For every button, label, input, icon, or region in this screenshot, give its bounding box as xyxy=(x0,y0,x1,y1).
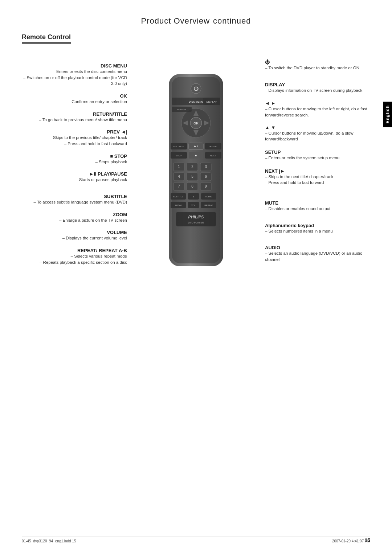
label-stop: ■ STOP – Stops playback xyxy=(22,153,127,165)
play-pause-title: ►II PLAY/PAUSE xyxy=(22,171,127,177)
label-setup: SETUP – Enters or exits the system setup… xyxy=(265,149,370,161)
svg-text:RETURN: RETURN xyxy=(177,108,186,111)
mute-title: MUTE xyxy=(265,200,370,206)
setup-title: SETUP xyxy=(265,149,370,155)
ok-title: OK xyxy=(22,93,127,99)
svg-text:DISC MENU: DISC MENU xyxy=(189,100,203,103)
lr-arrows-desc: – Cursor buttons for moving to the left … xyxy=(265,106,370,118)
svg-text:OK: OK xyxy=(193,122,199,125)
left-labels: DISC MENU – Enters or exits the disc con… xyxy=(22,59,127,272)
stop-title: ■ STOP xyxy=(22,153,127,159)
svg-text:ZOOM: ZOOM xyxy=(175,204,181,206)
next-desc: – Skips to the next title/ chapter/track… xyxy=(265,174,370,186)
disc-menu-desc: – Enters or exits the disc contents menu… xyxy=(22,69,127,87)
label-power: ⏻ – To switch the DVD player to standby … xyxy=(265,59,370,71)
label-audio: AUDIO – Selects an audio language (DVD/V… xyxy=(265,245,370,262)
setup-desc: – Enters or exits the system setup menu xyxy=(265,155,370,161)
svg-text:AUDIO: AUDIO xyxy=(205,196,212,198)
language-tab: English xyxy=(383,102,392,127)
label-prev: PREV ◄| – Skips to the previous title/ c… xyxy=(22,129,127,147)
power-desc: – To switch the DVD player to standby mo… xyxy=(265,65,370,71)
alphanumeric-desc: – Selects numbered items in a menu xyxy=(265,228,370,234)
right-labels: ⏻ – To switch the DVD player to standby … xyxy=(265,59,370,269)
label-display: DISPLAY – Displays information on TV scr… xyxy=(265,82,370,94)
svg-text:7: 7 xyxy=(178,184,180,188)
audio-desc: – Selects an audio language (DVD/VCD) or… xyxy=(265,250,370,262)
svg-text:STOP: STOP xyxy=(176,155,181,157)
page-number: 15 xyxy=(364,537,370,543)
svg-text:4: 4 xyxy=(178,175,180,178)
svg-text:SETTINGS: SETTINGS xyxy=(173,145,184,148)
zoom-desc: – Enlarge a picture on the TV screen xyxy=(22,217,127,223)
svg-text:DE-TOP: DE-TOP xyxy=(209,145,217,148)
diagram-container: DISC MENU – Enters or exits the disc con… xyxy=(22,59,370,459)
play-pause-desc: – Starts or pauses playback xyxy=(22,177,127,183)
label-zoom: ZOOM – Enlarge a picture on the TV scree… xyxy=(22,212,127,223)
label-ok: OK – Confirms an entry or selection xyxy=(22,93,127,105)
title-suffix: continued xyxy=(213,16,251,25)
svg-text:9: 9 xyxy=(205,184,207,188)
label-repeat: REPEAT/ REPEAT A-B – Selects various rep… xyxy=(22,248,127,265)
label-ud-arrows: ▲ ▼ – Cursor buttons for moving up/down,… xyxy=(265,125,370,142)
footer-left: 01-45_dvp3120_94_eng1.indd 15 xyxy=(22,539,76,543)
svg-text:8: 8 xyxy=(191,184,193,188)
audio-title: AUDIO xyxy=(265,245,370,250)
svg-text:2: 2 xyxy=(191,165,193,169)
alphanumeric-title: Alphanumeric keypad xyxy=(265,223,370,228)
svg-text:PHILIPS: PHILIPS xyxy=(188,215,204,219)
subtitle-title: SUBTITLE xyxy=(22,194,127,199)
svg-rect-59 xyxy=(176,212,216,226)
title-main: Product Overview xyxy=(141,16,210,25)
ok-desc: – Confirms an entry or selection xyxy=(22,99,127,105)
repeat-desc: – Selects various repeat mode– Repeats p… xyxy=(22,253,127,265)
svg-text:REPEAT: REPEAT xyxy=(204,204,213,206)
svg-text:3: 3 xyxy=(205,165,207,169)
ud-arrows-desc: – Cursor buttons for moving up/down, do … xyxy=(265,130,370,142)
label-lr-arrows: ◄ ► – Cursor buttons for moving to the l… xyxy=(265,100,370,118)
zoom-title: ZOOM xyxy=(22,212,127,217)
svg-text:DISPLAY: DISPLAY xyxy=(206,100,217,103)
return-title-title: RETURN/TITLE xyxy=(22,111,127,117)
section-heading: Remote Control xyxy=(22,33,71,44)
remote-svg: ⏻ DISC MENU DISPLAY OK RETURN xyxy=(162,70,230,274)
remote-image: ⏻ DISC MENU DISPLAY OK RETURN xyxy=(162,70,230,275)
svg-text:5: 5 xyxy=(191,175,193,178)
power-title: ⏻ xyxy=(265,59,370,65)
svg-text:►II: ►II xyxy=(194,145,198,148)
display-desc: – Displays information on TV screen duri… xyxy=(265,87,370,94)
repeat-title: REPEAT/ REPEAT A-B xyxy=(22,248,127,253)
label-subtitle: SUBTITLE – To access subtitle language s… xyxy=(22,194,127,205)
label-volume: VOLUME – Displays the current volume lev… xyxy=(22,230,127,241)
next-title: NEXT |► xyxy=(265,168,370,174)
lr-arrows-title: ◄ ► xyxy=(265,100,370,106)
label-play-pause: ►II PLAY/PAUSE – Starts or pauses playba… xyxy=(22,171,127,183)
svg-text:1: 1 xyxy=(178,165,180,169)
svg-text:6: 6 xyxy=(205,175,207,178)
volume-desc: – Displays the current volume level xyxy=(22,235,127,241)
page-footer: 01-45_dvp3120_94_eng1.indd 15 2007-01-29… xyxy=(22,537,370,543)
disc-menu-title: DISC MENU xyxy=(22,63,127,69)
volume-title: VOLUME xyxy=(22,230,127,235)
ud-arrows-title: ▲ ▼ xyxy=(265,125,370,130)
svg-text:SUBTITLE: SUBTITLE xyxy=(173,196,184,198)
return-title-desc: – To go back to previous menu/ show titl… xyxy=(22,117,127,123)
label-return-title: RETURN/TITLE – To go back to previous me… xyxy=(22,111,127,123)
label-next: NEXT |► – Skips to the next title/ chapt… xyxy=(265,168,370,186)
svg-text:DVD PLAYER: DVD PLAYER xyxy=(188,221,204,224)
page-title: Product Overview continued xyxy=(22,15,370,26)
subtitle-desc: – To access subtitle language system men… xyxy=(22,199,127,205)
stop-desc: – Stops playback xyxy=(22,159,127,165)
label-disc-menu: DISC MENU – Enters or exits the disc con… xyxy=(22,63,127,87)
prev-title: PREV ◄| xyxy=(22,129,127,135)
svg-text:NEXT: NEXT xyxy=(210,155,216,157)
page-container: English Product Overview continued Remot… xyxy=(0,0,392,554)
prev-desc: – Skips to the previous title/ chapter/ … xyxy=(22,135,127,147)
label-mute: MUTE – Disables or enables sound output xyxy=(265,200,370,212)
svg-text:⏻: ⏻ xyxy=(193,86,199,91)
svg-text:■: ■ xyxy=(195,154,197,157)
svg-text:VOL: VOL xyxy=(191,204,196,206)
label-alphanumeric: Alphanumeric keypad – Selects numbered i… xyxy=(265,223,370,234)
display-title: DISPLAY xyxy=(265,82,370,87)
mute-desc: – Disables or enables sound output xyxy=(265,206,370,212)
